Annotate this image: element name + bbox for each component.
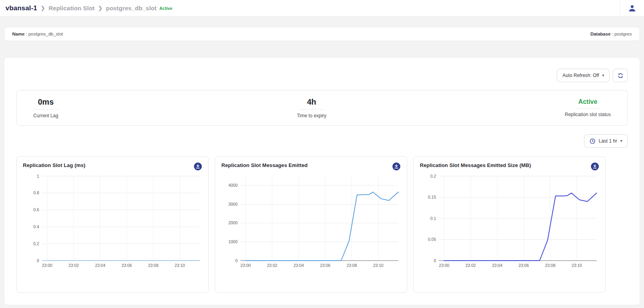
svg-text:23:02: 23:02 [466, 263, 476, 268]
chart-replication-slot-lag: Replication Slot Lag (ms) 00.20.40.60.81… [16, 156, 209, 293]
divider [33, 109, 58, 110]
time-range-dropdown[interactable]: Last 1 hr ▾ [584, 134, 628, 148]
svg-text:23:10: 23:10 [571, 263, 582, 268]
svg-text:23:04: 23:04 [492, 263, 502, 268]
svg-text:23:08: 23:08 [545, 263, 555, 268]
slot-name-field: Name : postgres_db_slot [12, 32, 63, 36]
svg-text:0: 0 [37, 258, 39, 263]
clock-icon [590, 138, 595, 144]
time-range-label: Last 1 hr [599, 138, 617, 144]
stat-value: 0ms [38, 98, 54, 107]
chart-messages-emitted: Replication Slot Messages Emitted 010002… [215, 156, 407, 293]
chart-title: Replication Slot Messages Emitted Size (… [420, 162, 531, 168]
breadcrumb-slot-name: postgres_db_slot [106, 5, 157, 11]
stats-bar: 0ms Current Lag 4h Time to expiry Active… [16, 90, 628, 126]
stat-label: Replication slot status [565, 112, 611, 117]
divider [299, 109, 324, 110]
user-icon[interactable] [629, 5, 636, 12]
database-field: Database : postgres [590, 32, 632, 36]
line-chart: 0100020003000400023:0023:0223:0423:0623:… [221, 173, 401, 272]
svg-text:23:06: 23:06 [519, 263, 529, 268]
svg-text:23:06: 23:06 [122, 263, 132, 268]
svg-text:1: 1 [37, 174, 39, 178]
svg-text:0.8: 0.8 [33, 190, 39, 195]
slot-name-label: Name [12, 32, 24, 36]
svg-text:3000: 3000 [228, 202, 238, 207]
chevron-right-icon: ❯ [98, 5, 103, 11]
svg-text:23:00: 23:00 [240, 263, 251, 268]
breadcrumb-cluster-name[interactable]: vbansal-1 [6, 4, 37, 12]
line-chart: 00.20.40.60.8123:0023:0223:0423:0623:082… [23, 173, 203, 272]
svg-text:23:08: 23:08 [148, 263, 158, 268]
metrics-panel: Auto Refresh: Off ▾ 0ms Current Lag 4h T… [4, 57, 640, 305]
breadcrumb: vbansal-1 ❯ Replication Slot ❯ postgres_… [6, 4, 172, 12]
svg-text:0.6: 0.6 [33, 207, 39, 212]
status-badge: Active [159, 6, 172, 11]
svg-text:0.2: 0.2 [430, 174, 436, 178]
svg-text:0.05: 0.05 [428, 237, 436, 242]
svg-text:1000: 1000 [228, 239, 238, 244]
svg-text:0: 0 [434, 258, 436, 263]
svg-text:23:02: 23:02 [267, 263, 277, 268]
stat-value: Active [578, 98, 597, 105]
chevron-right-icon: ❯ [41, 5, 45, 11]
time-range-toolbar: Last 1 hr ▾ [16, 134, 628, 148]
stat-time-to-expiry: 4h Time to expiry [297, 98, 326, 118]
svg-text:23:10: 23:10 [174, 263, 185, 268]
auto-refresh-dropdown[interactable]: Auto Refresh: Off ▾ [557, 69, 610, 82]
separator: : [610, 32, 614, 36]
svg-text:23:04: 23:04 [294, 263, 304, 268]
database-label: Database [590, 32, 610, 36]
svg-text:0.4: 0.4 [33, 224, 39, 229]
stat-current-lag: 0ms Current Lag [33, 98, 58, 118]
stat-slot-status: Active Replication slot status [565, 98, 611, 117]
download-icon[interactable] [194, 162, 202, 171]
svg-text:4000: 4000 [228, 183, 238, 188]
download-icon[interactable] [392, 162, 401, 171]
stat-label: Time to expiry [297, 113, 326, 118]
divider [575, 108, 601, 109]
svg-text:23:02: 23:02 [69, 263, 79, 268]
top-header: vbansal-1 ❯ Replication Slot ❯ postgres_… [0, 0, 644, 17]
stat-label: Current Lag [33, 113, 58, 118]
svg-text:23:08: 23:08 [346, 263, 357, 268]
separator: : [24, 32, 28, 36]
refresh-button[interactable] [613, 69, 628, 82]
line-chart: 00.050.10.150.223:0023:0223:0423:0623:08… [420, 173, 600, 272]
refresh-icon [618, 73, 623, 79]
svg-text:0.1: 0.1 [430, 216, 436, 221]
svg-text:23:04: 23:04 [95, 263, 105, 268]
auto-refresh-label: Auto Refresh: Off [562, 73, 599, 78]
chevron-down-icon: ▾ [602, 73, 604, 77]
svg-text:23:06: 23:06 [320, 263, 330, 268]
chevron-down-icon: ▾ [620, 139, 622, 143]
stat-value: 4h [307, 98, 316, 107]
chart-header: Replication Slot Lag (ms) [23, 162, 202, 171]
chart-header: Replication Slot Messages Emitted Size (… [420, 162, 599, 171]
slot-name-value: postgres_db_slot [28, 32, 63, 36]
svg-text:0.15: 0.15 [428, 195, 436, 199]
refresh-toolbar: Auto Refresh: Off ▾ [16, 69, 628, 82]
svg-text:2000: 2000 [228, 220, 238, 225]
database-value: postgres [614, 32, 632, 36]
svg-text:23:00: 23:00 [439, 263, 449, 268]
chart-title: Replication Slot Lag (ms) [23, 162, 86, 168]
breadcrumb-section[interactable]: Replication Slot [49, 5, 95, 11]
topbar-right [620, 0, 644, 17]
download-icon[interactable] [591, 162, 599, 171]
svg-text:0: 0 [235, 258, 238, 263]
svg-text:23:10: 23:10 [373, 263, 383, 268]
chart-messages-emitted-size: Replication Slot Messages Emitted Size (… [413, 156, 606, 293]
slot-info-bar: Name : postgres_db_slot Database : postg… [4, 27, 640, 41]
svg-text:0.2: 0.2 [33, 241, 39, 246]
charts-row: Replication Slot Lag (ms) 00.20.40.60.81… [16, 156, 628, 293]
chart-header: Replication Slot Messages Emitted [221, 162, 401, 171]
svg-text:23:00: 23:00 [42, 263, 52, 268]
chart-title: Replication Slot Messages Emitted [221, 162, 308, 168]
